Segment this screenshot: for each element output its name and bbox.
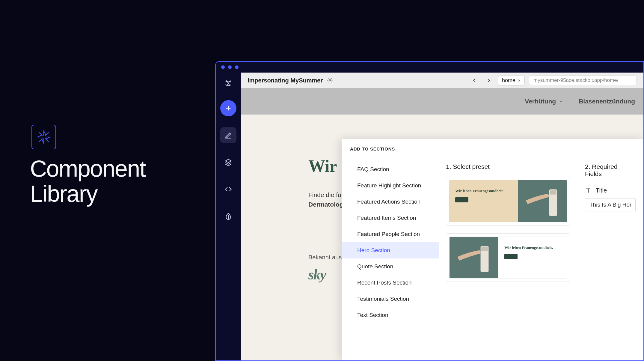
title-field-label: Title — [585, 187, 636, 194]
section-item-hero[interactable]: Hero Section — [342, 242, 439, 258]
section-item-featured-actions[interactable]: Featured Actions Section — [342, 194, 439, 210]
text-icon — [585, 187, 592, 194]
svg-line-6 — [45, 132, 49, 136]
presets-title: 1. Select preset — [446, 163, 570, 170]
add-section-modal: ADD TO SECTIONS FAQ Section Feature High… — [342, 139, 643, 360]
gear-icon[interactable] — [327, 77, 333, 83]
site-nav: Verhütung Blasenentzündung — [241, 88, 643, 115]
required-fields-column: 2. Required Fields Title — [577, 157, 643, 360]
add-button[interactable] — [220, 100, 236, 116]
svg-line-5 — [45, 139, 49, 142]
svg-marker-15 — [225, 159, 231, 163]
preset-card-1[interactable]: Wir leben Frauengesundheit. ——— — [446, 177, 570, 225]
preview-pane: Impersonating MySummer home mysummer-95a… — [241, 73, 643, 360]
svg-rect-22 — [481, 246, 488, 251]
preset-2-headline: Wir leben Frauengesundheit. — [504, 245, 561, 250]
theme-button[interactable] — [220, 208, 236, 224]
site-nav-item-2[interactable]: Blasenentzündung — [579, 98, 635, 105]
window-dot-min[interactable] — [228, 65, 232, 69]
section-item-feature-highlight[interactable]: Feature Highlight Section — [342, 178, 439, 194]
preset-1-headline: Wir leben Frauengesundheit. — [455, 189, 512, 193]
impersonating-label: Impersonating MySummer — [248, 77, 333, 84]
url-field[interactable]: mysummer-95ace.stackbit.app/home/ — [529, 76, 637, 85]
presets-column: 1. Select preset Wir leben Frauengesundh… — [439, 157, 577, 360]
preset-card-2[interactable]: Wir leben Frauengesundheit. ——— — [446, 233, 570, 282]
left-rail — [216, 73, 241, 360]
preset-2-cta: ——— — [504, 254, 518, 259]
preview-topbar: Impersonating MySummer home mysummer-95a… — [241, 73, 643, 88]
modal-header: ADD TO SECTIONS — [342, 139, 643, 157]
starburst-icon — [36, 129, 52, 145]
section-item-featured-people[interactable]: Featured People Section — [342, 226, 439, 242]
edit-button[interactable] — [220, 127, 236, 143]
layers-button[interactable] — [220, 154, 236, 170]
nav-back-button[interactable] — [469, 75, 479, 85]
section-item-faq[interactable]: FAQ Section — [342, 161, 439, 178]
product-thumb-icon — [520, 182, 565, 220]
window-dot-max[interactable] — [235, 65, 239, 69]
product-thumb-icon — [452, 239, 496, 276]
promo-logo-box — [31, 125, 56, 149]
section-item-text[interactable]: Text Section — [342, 307, 439, 323]
title-field-input[interactable] — [585, 198, 636, 211]
svg-rect-19 — [550, 190, 556, 195]
app-logo-icon[interactable] — [220, 77, 236, 89]
promo-title: Component Library — [30, 156, 145, 206]
section-item-recent-posts[interactable]: Recent Posts Section — [342, 275, 439, 291]
section-item-testimonials[interactable]: Testimonials Section — [342, 291, 439, 307]
preset-1-cta: ——— — [455, 197, 468, 202]
svg-point-16 — [329, 80, 331, 81]
svg-line-7 — [39, 139, 42, 142]
site-nav-item-1[interactable]: Verhütung — [525, 98, 564, 105]
nav-forward-button[interactable] — [484, 75, 494, 85]
required-title: 2. Required Fields — [585, 163, 636, 178]
window-dot-close[interactable] — [221, 65, 225, 69]
section-item-quote[interactable]: Quote Section — [342, 258, 439, 275]
section-type-list: FAQ Section Feature Highlight Section Fe… — [342, 157, 439, 360]
code-button[interactable] — [220, 181, 236, 197]
app-window: Impersonating MySummer home mysummer-95a… — [215, 61, 644, 361]
window-titlebar — [216, 62, 643, 73]
chevron-down-icon — [559, 99, 564, 104]
svg-line-4 — [39, 132, 42, 136]
section-item-featured-items[interactable]: Featured Items Section — [342, 210, 439, 226]
breadcrumb[interactable]: home — [498, 76, 525, 85]
